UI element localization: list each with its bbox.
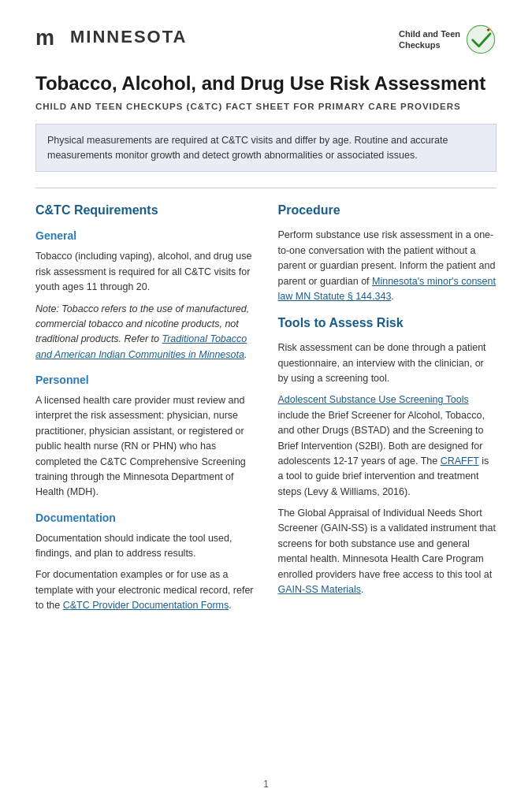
ctc-logo: Child and Teen Checkups [399,24,497,55]
tools-p3: The Global Appraisal of Individual Needs… [278,506,497,597]
tools-p2: Adolescent Substance Use Screening Tools… [278,392,497,500]
section-divider [35,188,497,188]
procedure-heading: Procedure [278,201,497,220]
procedure-p1: Perform substance use risk assessment in… [278,228,497,304]
documentation-p1: Documentation should indicate the tool u… [35,531,255,562]
svg-text:m: m [35,26,54,48]
procedure-section: Procedure Perform substance use risk ass… [278,201,497,304]
general-p1: Tobacco (including vaping), alcohol, and… [35,249,255,295]
ctc-logo-text: Child and Teen Checkups [399,28,460,51]
documentation-heading: Documentation [35,510,255,526]
documentation-section: Documentation Documentation should indic… [35,510,255,614]
tools-heading: Tools to Assess Risk [278,314,497,333]
info-box: Physical measurements are required at C&… [35,124,497,173]
page: m MINNESOTA Child and Teen Checkups Toba… [0,0,532,807]
mn-logo-text: MINNESOTA [70,24,187,50]
page-number: 1 [0,777,532,791]
col-right: Procedure Perform substance use risk ass… [278,201,497,607]
left-heading: C&TC Requirements [35,201,255,220]
svg-point-2 [487,29,489,31]
personnel-heading: Personnel [35,372,255,389]
adolescent-screening-link[interactable]: Adolescent Substance Use Screening Tools [278,394,469,405]
mn-logo: m MINNESOTA [35,24,187,50]
tools-section: Tools to Assess Risk Risk assessment can… [278,314,497,597]
documentation-p2: For documentation examples or for use as… [35,567,255,613]
consent-law-link[interactable]: Minnesota's minor's consent law MN Statu… [278,276,496,302]
gain-ss-link[interactable]: GAIN-SS Materials [278,584,362,595]
title-section: Tobacco, Alcohol, and Drug Use Risk Asse… [35,73,497,113]
personnel-section: Personnel A licensed health care provide… [35,372,255,500]
general-heading: General [35,228,255,244]
general-note: Note: Tobacco refers to the use of manuf… [35,302,255,363]
general-section: General Tobacco (including vaping), alco… [35,228,255,363]
documentation-forms-link[interactable]: C&TC Provider Documentation Forms [63,600,229,611]
header: m MINNESOTA Child and Teen Checkups [35,24,497,55]
crafft-link[interactable]: CRAFFT [441,456,479,467]
mn-icon: m [35,26,64,48]
tobacco-link[interactable]: Traditional Tobacco and American Indian … [35,333,247,359]
subtitle: CHILD AND TEEN CHECKUPS (C&TC) FACT SHEE… [35,100,497,113]
col-left: C&TC Requirements General Tobacco (inclu… [35,201,255,623]
info-box-text: Physical measurements are required at C&… [47,135,448,161]
main-title: Tobacco, Alcohol, and Drug Use Risk Asse… [35,73,497,95]
tools-p1: Risk assessment can be done through a pa… [278,340,497,386]
two-col: C&TC Requirements General Tobacco (inclu… [35,201,497,623]
personnel-p1: A licensed health care provider must rev… [35,393,255,500]
ctc-bird-icon [465,24,497,55]
